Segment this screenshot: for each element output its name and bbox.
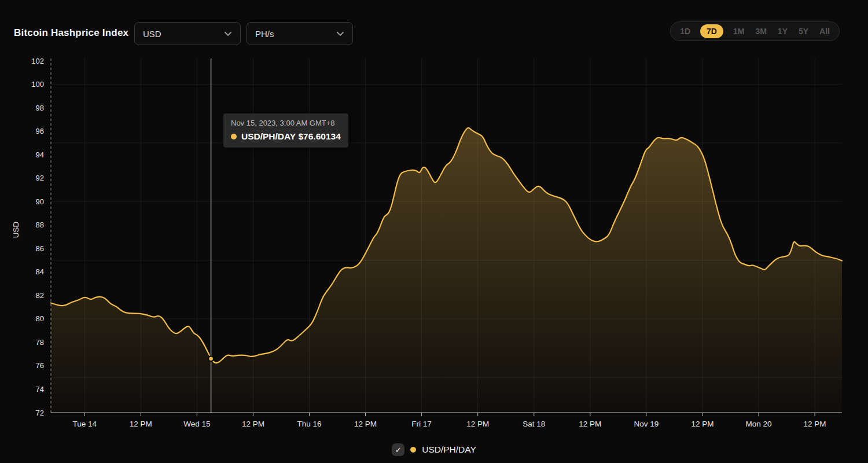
y-tick-label: 78 <box>36 338 44 347</box>
x-tick-label: Fri 17 <box>411 420 432 428</box>
y-tick-label: 82 <box>36 291 44 300</box>
tooltip-date: Nov 15, 2023, 3:00 AM GMT+8 <box>231 119 341 127</box>
x-tick-label: Wed 15 <box>183 420 210 428</box>
legend-label[interactable]: USD/PH/DAY <box>422 444 476 455</box>
series-dot-icon <box>231 134 237 139</box>
tooltip-value: USD/PH/DAY $76.60134 <box>241 131 341 142</box>
y-tick-label: 90 <box>36 197 44 206</box>
series-area <box>51 128 842 413</box>
y-tick-label: 92 <box>36 174 44 182</box>
y-tick-label: 96 <box>36 127 44 135</box>
x-tick-label: 12 PM <box>579 420 601 428</box>
x-tick-label: Thu 16 <box>297 420 321 428</box>
x-tick-label: 12 PM <box>130 420 152 428</box>
x-tick-label: 12 PM <box>691 420 713 428</box>
x-tick-label: 12 PM <box>354 420 377 428</box>
y-tick-label: 84 <box>36 267 44 276</box>
x-tick-label: Mon 20 <box>746 420 772 428</box>
y-tick-label: 94 <box>36 150 44 159</box>
legend-series-dot-icon <box>410 447 416 453</box>
y-tick-label: 100 <box>31 80 44 89</box>
y-tick-label: 86 <box>36 244 44 253</box>
y-tick-label: 80 <box>36 314 44 323</box>
y-axis-labels: 7274767880828486889092949698100102 <box>31 57 44 417</box>
y-tick-label: 74 <box>36 385 44 394</box>
highlight-marker <box>208 356 214 361</box>
y-tick-label: 72 <box>36 409 44 417</box>
x-tick-label: 12 PM <box>804 420 826 428</box>
x-tick-label: Nov 19 <box>634 420 659 428</box>
legend-checkbox[interactable]: ✓ <box>392 443 404 456</box>
y-tick-label: 98 <box>36 104 44 112</box>
y-tick-label: 88 <box>36 221 44 229</box>
hashprice-chart[interactable]: Tue 1412 PMWed 1512 PMThu 1612 PMFri 171… <box>0 0 868 463</box>
x-tick-label: 12 PM <box>242 420 264 428</box>
x-tick-label: 12 PM <box>466 420 489 428</box>
x-tick-label: Sat 18 <box>523 420 545 428</box>
x-tick-label: Tue 14 <box>72 420 97 428</box>
chart-tooltip: Nov 15, 2023, 3:00 AM GMT+8 USD/PH/DAY $… <box>223 113 348 148</box>
hashprice-dashboard: Bitcoin Hashprice Index USD PH/s 1D 7D 1… <box>0 0 868 463</box>
chart-legend: ✓ USD/PH/DAY <box>0 443 868 456</box>
x-axis-labels: Tue 1412 PMWed 1512 PMThu 1612 PMFri 171… <box>72 413 826 428</box>
y-axis-title: USD <box>12 222 20 238</box>
y-tick-label: 76 <box>36 361 44 370</box>
y-tick-label: 102 <box>31 57 44 65</box>
